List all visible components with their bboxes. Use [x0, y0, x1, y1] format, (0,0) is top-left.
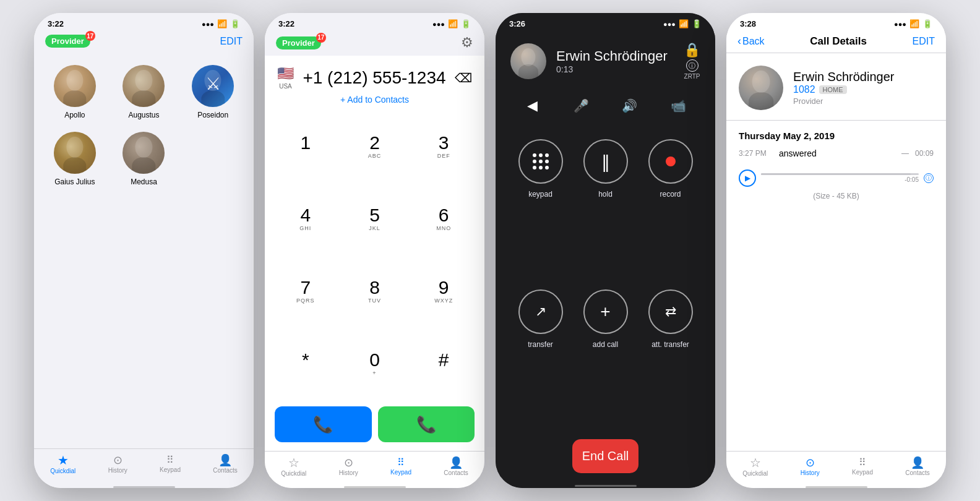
progress-bar[interactable] — [761, 173, 919, 175]
action-add-call[interactable]: + add call — [579, 289, 632, 427]
contacts-icon-1: 👤 — [218, 455, 232, 466]
action-att-transfer[interactable]: ⇄ att. transfer — [644, 289, 697, 427]
contact-poseidon[interactable]: ⚔ Poseidon — [184, 65, 241, 119]
tab-quickdial-4[interactable]: ☆ Quickdial — [742, 456, 768, 477]
tab-history-1[interactable]: ⊙ History — [108, 455, 127, 474]
key-4[interactable]: 4 GHI — [271, 183, 340, 255]
contact-gaius[interactable]: Gaius Julius — [46, 132, 103, 186]
signal-icon-2: ●●● — [432, 20, 445, 28]
tab-bar-4: ☆ Quickdial ⊙ History ⠿ Keypad 👤 Contact… — [726, 451, 946, 486]
gear-button[interactable]: ⚙ — [461, 35, 473, 51]
tab-contacts-4[interactable]: 👤 Contacts — [905, 457, 929, 476]
key-0[interactable]: 0 + — [340, 328, 410, 400]
tab-contacts-2[interactable]: 👤 Contacts — [444, 457, 468, 476]
tab-quickdial-1[interactable]: ★ Quickdial — [50, 454, 75, 474]
history-icon-4: ⊙ — [806, 457, 815, 468]
contact-apollo[interactable]: Apollo — [46, 65, 103, 119]
edit-button-1[interactable]: EDIT — [220, 36, 243, 47]
detail-name: Erwin Schrödinger — [793, 70, 934, 84]
edit-button-4[interactable]: EDIT — [913, 36, 935, 47]
back-button[interactable]: ‹ Back — [737, 35, 765, 48]
tab-keypad-4[interactable]: ⠿ Keypad — [852, 458, 873, 476]
provider-badge-1[interactable]: Provider — [45, 35, 90, 48]
contact-augustus[interactable]: Augustus — [116, 65, 173, 119]
tab-keypad-1[interactable]: ⠿ Keypad — [160, 455, 181, 473]
action-hold[interactable]: ‖ hold — [579, 139, 632, 277]
keypad-grid: 1 2 ABC 3 DEF 4 GHI 5 JKL 6 MNO 7 PQRS 8 — [265, 111, 484, 400]
tab-label-keypad-2: Keypad — [390, 469, 411, 476]
caller-name: Erwin Schrödinger — [556, 48, 674, 64]
contacts-icon-4: 👤 — [911, 457, 924, 468]
detail-contact-section: Erwin Schrödinger 1082 HOME Provider — [726, 53, 946, 121]
audio-player: ▶ 0:00 -0:05 ⓘ — [739, 167, 934, 189]
badge-count-2: 17 — [316, 33, 326, 43]
key-8[interactable]: 8 TUV — [340, 255, 410, 328]
key-1[interactable]: 1 — [271, 111, 340, 183]
wifi-icon-3: 📶 — [679, 19, 689, 28]
tab-label-history-1: History — [108, 467, 127, 474]
zrtp-badge: 🔒 ⓘ ZRTP — [684, 42, 700, 80]
speaker-button[interactable]: 🔊 — [616, 92, 643, 119]
provider-badge-2[interactable]: Provider — [276, 36, 321, 49]
status-bar-2: 3:22 ●●● 📶 🔋 — [265, 13, 484, 32]
action-record[interactable]: record — [644, 139, 697, 277]
wifi-icon-1: 📶 — [217, 19, 227, 28]
status-icons-2: ●●● 📶 🔋 — [432, 19, 471, 28]
info-icon[interactable]: ⓘ — [686, 59, 698, 72]
contact-name-poseidon: Poseidon — [197, 111, 228, 119]
key-9[interactable]: 9 WXYZ — [409, 255, 478, 328]
add-call-circle: + — [583, 289, 628, 334]
previous-button[interactable]: ◀ — [518, 92, 546, 119]
keypad-icon-1: ⠿ — [166, 455, 174, 465]
call-button[interactable]: 📞 — [378, 406, 475, 442]
flag-box: 🇺🇸 USA — [277, 66, 294, 90]
tab-history-4[interactable]: ⊙ History — [801, 457, 820, 476]
tab-history-2[interactable]: ⊙ History — [339, 457, 358, 476]
nav-bar-4: ‹ Back Call Details EDIT — [726, 32, 946, 53]
audio-player-section: ▶ 0:00 -0:05 ⓘ (Size - 45 KB) — [739, 163, 934, 204]
key-5[interactable]: 5 JKL — [340, 183, 410, 255]
key-3[interactable]: 3 DEF — [409, 111, 478, 183]
tab-contacts-1[interactable]: 👤 Contacts — [213, 455, 237, 474]
att-transfer-label: att. transfer — [651, 340, 689, 349]
key-star[interactable]: * — [271, 328, 340, 400]
key-7[interactable]: 7 PQRS — [271, 255, 340, 328]
key-6[interactable]: 6 MNO — [409, 183, 478, 255]
flag-emoji: 🇺🇸 — [277, 66, 294, 82]
end-call-button[interactable]: End Call — [572, 439, 639, 473]
avatar-medusa — [123, 132, 165, 174]
contact-name-medusa: Medusa — [131, 178, 157, 186]
contact-name-apollo: Apollo — [64, 111, 85, 119]
history-icon-1: ⊙ — [113, 455, 123, 466]
video-button[interactable]: 📹 — [665, 92, 692, 119]
tab-label-history-2: History — [339, 469, 358, 476]
backspace-button[interactable]: ⌫ — [455, 71, 472, 85]
detail-number[interactable]: 1082 HOME — [793, 84, 934, 95]
contact-medusa[interactable]: Medusa — [116, 132, 173, 186]
screen-active-call: 3:26 ●●● 📶 🔋 Erwin Schrödinger 0:13 🔒 ⓘ … — [496, 13, 715, 488]
recall-button[interactable]: 📞 — [275, 406, 372, 442]
battery-icon-4: 🔋 — [922, 19, 932, 28]
transfer-circle: ↗ — [518, 289, 563, 334]
key-2[interactable]: 2 ABC — [340, 111, 410, 183]
player-info-button[interactable]: ⓘ — [924, 173, 934, 183]
lock-icon: 🔒 — [684, 42, 700, 58]
action-transfer[interactable]: ↗ transfer — [514, 289, 567, 427]
action-keypad[interactable]: keypad — [514, 139, 567, 277]
play-button[interactable]: ▶ — [739, 169, 756, 187]
wifi-icon-2: 📶 — [448, 19, 458, 28]
wifi-icon-4: 📶 — [909, 19, 919, 28]
call-controls-top: ◀ 🎤 🔊 📹 — [496, 85, 715, 127]
key-hash[interactable]: # — [409, 328, 478, 400]
time-2: 3:22 — [278, 19, 294, 28]
signal-icon-1: ●●● — [202, 20, 214, 28]
call-history-section: Thursday May 2, 2019 3:27 PM answered — … — [726, 121, 946, 296]
tab-quickdial-2[interactable]: ☆ Quickdial — [281, 456, 306, 477]
mute-button[interactable]: 🎤 — [567, 92, 595, 119]
number-text: 1082 — [793, 84, 815, 95]
add-to-contacts-link[interactable]: + Add to Contacts — [265, 93, 484, 111]
tab-keypad-2[interactable]: ⠿ Keypad — [390, 458, 411, 476]
quickdial-grid: Apollo Augustus ⚔ Poseidon Gaius Julius — [34, 53, 254, 263]
detail-provider: Provider — [793, 96, 934, 106]
screen-quickdial: 3:22 ●●● 📶 🔋 Provider 17 EDIT Apollo Aug… — [34, 13, 254, 488]
